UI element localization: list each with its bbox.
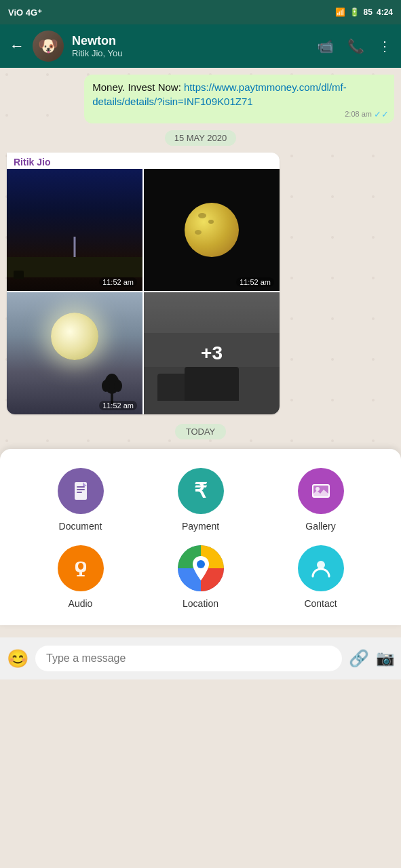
time-display: 4:24 (377, 7, 393, 17)
gallery-icon (298, 468, 344, 514)
chat-header: ← 🐶 Newton Ritik Jio, You 📹 📞 ⋮ (0, 24, 401, 68)
media-cell-2[interactable]: 11:52 am (144, 169, 280, 291)
more-options-button[interactable]: ⋮ (378, 38, 392, 54)
more-overlay[interactable]: +3 (144, 292, 280, 414)
message-input[interactable] (35, 646, 342, 671)
document-icon (58, 468, 104, 514)
attach-item-document[interactable]: Document (20, 468, 140, 532)
attach-item-audio[interactable]: Audio (20, 545, 140, 609)
attachment-grid: Document ₹ Payment G (14, 468, 387, 609)
avatar-image: 🐶 (33, 31, 64, 62)
svg-rect-5 (77, 486, 85, 488)
message-time: 2:08 am ✓✓ (345, 108, 389, 121)
read-ticks: ✓✓ (374, 108, 389, 121)
payment-icon: ₹ (178, 468, 224, 514)
date-separator: 15 MAY 2020 (7, 130, 394, 146)
status-left: ViO 4G⁺ (8, 7, 42, 18)
battery-level: 85 (364, 7, 373, 17)
incoming-media-message: Ritik Jio 11:52 am (7, 153, 394, 414)
svg-point-21 (317, 561, 325, 569)
svg-point-13 (78, 563, 83, 570)
svg-rect-6 (77, 489, 85, 490)
attach-item-contact[interactable]: Contact (261, 545, 381, 609)
back-button[interactable]: ← (9, 37, 24, 55)
media-time-1: 11:52 am (99, 277, 137, 287)
date-pill: 15 MAY 2020 (165, 130, 237, 146)
outgoing-message: Money. Invest Now: https://www.paytmmone… (7, 75, 394, 123)
header-icons: 📹 📞 ⋮ (317, 38, 392, 54)
contact-name: Newton (72, 34, 309, 48)
svg-point-3 (114, 380, 122, 392)
voice-call-button[interactable]: 📞 (347, 38, 364, 54)
battery-icon: 🔋 (349, 7, 360, 17)
svg-point-20 (197, 560, 205, 568)
more-count: +3 (201, 342, 223, 364)
location-icon (178, 545, 224, 591)
media-time-3: 11:52 am (99, 401, 137, 410)
chat-area: Money. Invest Now: https://www.paytmmone… (0, 68, 401, 637)
video-call-button[interactable]: 📹 (317, 38, 334, 54)
message-text-prefix: Money. Invest Now: (92, 81, 184, 93)
status-bar: ViO 4G⁺ 📶 🔋 85 4:24 (0, 0, 401, 24)
svg-point-10 (316, 487, 320, 491)
attach-button[interactable]: 🔗 (349, 649, 369, 668)
svg-point-2 (102, 380, 110, 392)
carrier-text: ViO 4G⁺ (8, 7, 42, 18)
location-label: Location (183, 598, 218, 609)
media-grid: 11:52 am 11:52 am (7, 169, 280, 414)
svg-rect-12 (77, 575, 85, 576)
document-label: Document (59, 521, 102, 532)
attachment-panel: Document ₹ Payment G (0, 449, 401, 625)
message-bubble: Money. Invest Now: https://www.paytmmone… (84, 75, 394, 123)
media-cell-3[interactable]: 11:52 am (7, 292, 142, 414)
emoji-button[interactable]: 😊 (7, 648, 28, 669)
media-time-2: 11:52 am (236, 277, 274, 287)
contact-info[interactable]: Newton Ritik Jio, You (72, 34, 309, 58)
signal-icon: 📶 (335, 7, 345, 17)
camera-button[interactable]: 📷 (376, 650, 394, 667)
attach-item-location[interactable]: Location (140, 545, 261, 609)
sender-name: Ritik Jio (7, 153, 280, 169)
audio-label: Audio (69, 598, 93, 609)
bottom-bar: 😊 🔗 📷 (0, 637, 401, 679)
svg-rect-7 (77, 492, 82, 493)
rupee-symbol: ₹ (194, 481, 207, 501)
attach-item-payment[interactable]: ₹ Payment (140, 468, 261, 532)
media-cell-4[interactable]: +3 (144, 292, 280, 414)
attach-item-gallery[interactable]: Gallery (261, 468, 381, 532)
media-bubble: Ritik Jio 11:52 am (7, 153, 280, 414)
gallery-label: Gallery (305, 521, 335, 532)
today-pill: TODAY (175, 424, 227, 439)
media-cell-1[interactable]: 11:52 am (7, 169, 142, 291)
contact-label: Contact (304, 598, 337, 609)
contact-icon (298, 545, 344, 591)
today-separator: TODAY (7, 424, 394, 439)
payment-label: Payment (182, 521, 219, 532)
audio-icon (58, 545, 104, 591)
status-right: 📶 🔋 85 4:24 (335, 7, 393, 17)
contact-sub: Ritik Jio, You (72, 48, 309, 58)
avatar[interactable]: 🐶 (33, 31, 64, 62)
